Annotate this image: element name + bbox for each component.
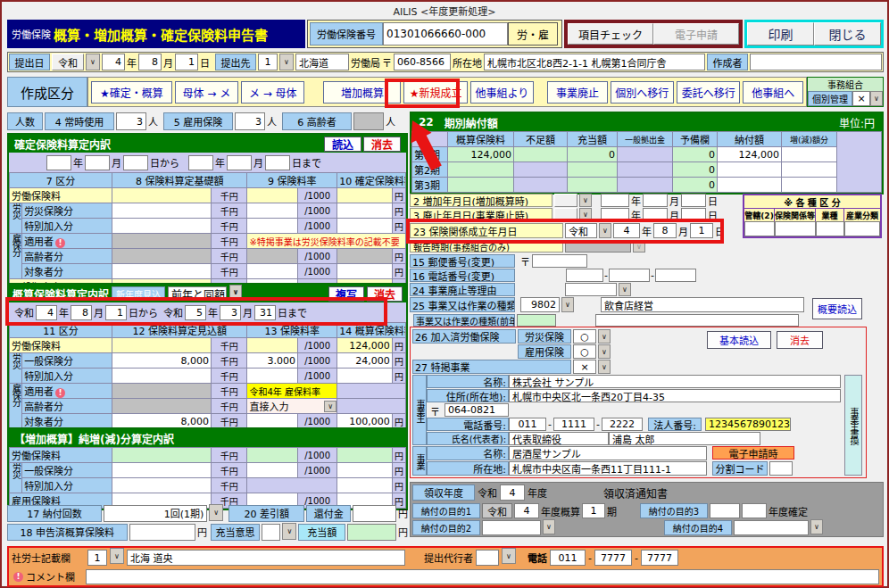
kakushu-cell[interactable]: [844, 221, 880, 236]
e-apply-button[interactable]: 電子申請: [653, 23, 739, 45]
owner-rep-title-field[interactable]: 代表取締役: [509, 432, 609, 445]
jigyou-haishi-button[interactable]: 事業廃止: [547, 81, 608, 104]
input-cell[interactable]: 100,000: [337, 414, 393, 429]
chevron-down-icon[interactable]: ∨: [810, 519, 823, 534]
kakutei-to-day-field[interactable]: [265, 155, 290, 170]
print-button[interactable]: 印刷: [747, 22, 814, 46]
month-field[interactable]: [643, 208, 668, 221]
tokkei-value[interactable]: ×: [573, 360, 596, 374]
value-cell[interactable]: [782, 178, 837, 193]
kakutei-gaisan-button[interactable]: ★確定・概算: [91, 81, 172, 104]
gaisan-from-day[interactable]: 1: [105, 305, 127, 320]
owner-tel-2[interactable]: 1111: [553, 418, 594, 431]
owner-rewrite-strip[interactable]: 事業主書換: [844, 375, 862, 476]
seiritsu-month-field[interactable]: 8: [653, 223, 677, 238]
gaisan-copy-button[interactable]: 複写: [328, 286, 364, 302]
kakutei-to-month-field[interactable]: [227, 155, 252, 170]
chevron-down-icon[interactable]: ∨: [279, 54, 294, 70]
submit-day-field[interactable]: 1: [175, 54, 198, 70]
sharoushi-tel-3[interactable]: 7777: [641, 550, 678, 566]
owner-name-field[interactable]: 株式会社 サンプル: [509, 375, 841, 388]
kakushu-cell[interactable]: [816, 221, 844, 236]
ryoshu-year-field[interactable]: 4: [500, 484, 525, 501]
era-select[interactable]: [554, 194, 577, 207]
chevron-down-icon[interactable]: ∨: [86, 54, 100, 70]
owner-tel-3[interactable]: 2222: [602, 418, 643, 431]
owner-clear-button[interactable]: 消去: [777, 331, 823, 349]
kakutei-from-day-field[interactable]: [123, 155, 148, 170]
sharoushi-tel-2[interactable]: 7777: [594, 550, 632, 566]
input-cell[interactable]: [337, 188, 393, 203]
chevron-down-icon[interactable]: ∨: [324, 401, 336, 412]
me-to-botai-button[interactable]: メ → 母体: [241, 81, 304, 104]
kanpu-field[interactable]: [353, 505, 396, 522]
mokuteki3-field-2[interactable]: [742, 503, 767, 518]
rate-mode-select[interactable]: 直接入力∨: [247, 399, 337, 414]
chevron-down-icon[interactable]: ∨: [579, 194, 592, 207]
value-cell[interactable]: 124,000: [718, 147, 782, 162]
kobetsu-kanri-value[interactable]: ×: [852, 91, 870, 106]
submit-addr-field[interactable]: 札幌市北区北8西2-1-1 札幌第1合同庁舎: [484, 54, 705, 70]
gaisan-clear-button[interactable]: 消去: [367, 286, 403, 302]
chevron-down-icon[interactable]: ∨: [870, 91, 883, 106]
input-cell[interactable]: [337, 264, 393, 279]
chevron-down-icon[interactable]: ∨: [502, 548, 516, 564]
houjin-field[interactable]: 1234567890123: [705, 418, 791, 431]
chevron-down-icon[interactable]: ∨: [543, 519, 555, 534]
business-type-value[interactable]: 飲食店経営: [601, 297, 804, 312]
tajiso-he-button[interactable]: 他事組へ: [743, 81, 803, 104]
joji-shiyou-field[interactable]: 3: [116, 112, 146, 130]
submit-zip-field[interactable]: 060-8566: [394, 54, 451, 70]
kakutei-from-year-field[interactable]: [46, 155, 71, 170]
seiritsu-day-field[interactable]: 1: [690, 223, 713, 238]
input-cell[interactable]: [337, 369, 393, 384]
day-field[interactable]: [681, 208, 706, 221]
itaku-ikou-button[interactable]: 委託へ移行: [677, 81, 740, 104]
input-cell[interactable]: 3.000: [247, 353, 298, 369]
input-cell[interactable]: [247, 414, 298, 429]
gaisan-to-day[interactable]: 31: [254, 305, 276, 320]
value-cell[interactable]: [782, 147, 837, 162]
input-cell[interactable]: [112, 203, 212, 219]
input-cell[interactable]: [112, 264, 212, 279]
year-field[interactable]: [601, 208, 629, 221]
sharoushi-tel-1[interactable]: 011: [550, 550, 586, 566]
comment-field[interactable]: [86, 569, 879, 584]
dounen-select[interactable]: 前年と同額: [168, 286, 227, 301]
input-cell[interactable]: [247, 369, 298, 384]
tajiso-yori-button[interactable]: 他事組より: [470, 81, 534, 104]
input-cell[interactable]: 8,000: [112, 353, 212, 369]
submit-dest-name[interactable]: 北海道: [295, 54, 349, 70]
month-field[interactable]: [643, 194, 668, 207]
tel-field-1[interactable]: [566, 269, 603, 282]
seiritsu-era-select[interactable]: 令和: [565, 223, 597, 238]
input-cell[interactable]: 24,000: [337, 353, 393, 369]
business-type-code[interactable]: 9802: [520, 297, 560, 312]
input-cell[interactable]: [247, 338, 298, 353]
owner-rep-name-field[interactable]: 浦島 太郎: [609, 432, 760, 445]
owner-addr-field[interactable]: 札幌市中央区北一条西20丁目4-35: [509, 389, 841, 402]
biz-name-field[interactable]: 居酒屋サンプル: [509, 446, 707, 460]
pay-count-value[interactable]: 1回(1期): [104, 505, 207, 522]
chevron-down-icon[interactable]: ∨: [598, 344, 611, 359]
author-field[interactable]: [750, 54, 882, 70]
chevron-down-icon[interactable]: ∨: [598, 360, 611, 374]
mokuteki4-select[interactable]: [734, 520, 809, 535]
chevron-down-icon[interactable]: ∨: [599, 223, 611, 238]
input-cell[interactable]: 8,000: [112, 414, 212, 429]
tel-field-3[interactable]: [655, 269, 696, 282]
mokuteki1-year[interactable]: 4: [514, 503, 539, 518]
business-type-prev-value[interactable]: [595, 314, 799, 327]
input-cell[interactable]: [112, 478, 212, 493]
item-check-button[interactable]: 項目チェック: [568, 23, 653, 45]
gaisan-to-month[interactable]: 3: [220, 305, 241, 320]
input-cell[interactable]: [337, 203, 393, 219]
juto-ishi-field[interactable]: [262, 524, 281, 541]
zouka-gaisan-button[interactable]: 増加概算: [323, 81, 401, 104]
input-cell[interactable]: [337, 478, 393, 493]
sharoushi-no-field[interactable]: 1: [87, 550, 107, 566]
value-cell[interactable]: [718, 162, 782, 178]
chevron-down-icon[interactable]: ∨: [110, 548, 124, 564]
seiritsu-year-field[interactable]: 4: [613, 223, 640, 238]
insurance-number-field[interactable]: 01301066660-000: [383, 22, 508, 46]
